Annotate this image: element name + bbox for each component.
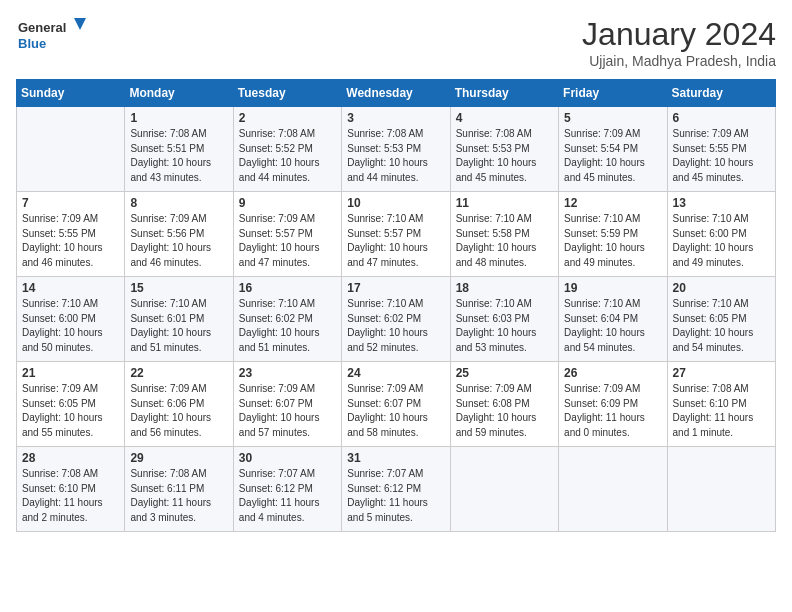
calendar-cell	[667, 447, 775, 532]
day-info: Sunrise: 7:09 AM Sunset: 5:56 PM Dayligh…	[130, 212, 227, 270]
calendar-cell	[559, 447, 667, 532]
day-number: 2	[239, 111, 336, 125]
calendar-cell: 5Sunrise: 7:09 AM Sunset: 5:54 PM Daylig…	[559, 107, 667, 192]
day-number: 4	[456, 111, 553, 125]
calendar-week-row: 1Sunrise: 7:08 AM Sunset: 5:51 PM Daylig…	[17, 107, 776, 192]
weekday-header: Sunday	[17, 80, 125, 107]
calendar-cell: 26Sunrise: 7:09 AM Sunset: 6:09 PM Dayli…	[559, 362, 667, 447]
day-number: 24	[347, 366, 444, 380]
day-number: 25	[456, 366, 553, 380]
calendar-week-row: 7Sunrise: 7:09 AM Sunset: 5:55 PM Daylig…	[17, 192, 776, 277]
location: Ujjain, Madhya Pradesh, India	[582, 53, 776, 69]
day-info: Sunrise: 7:10 AM Sunset: 6:02 PM Dayligh…	[347, 297, 444, 355]
day-number: 7	[22, 196, 119, 210]
calendar-cell: 21Sunrise: 7:09 AM Sunset: 6:05 PM Dayli…	[17, 362, 125, 447]
day-info: Sunrise: 7:08 AM Sunset: 6:10 PM Dayligh…	[22, 467, 119, 525]
day-info: Sunrise: 7:10 AM Sunset: 5:59 PM Dayligh…	[564, 212, 661, 270]
svg-text:Blue: Blue	[18, 36, 46, 51]
day-info: Sunrise: 7:09 AM Sunset: 6:08 PM Dayligh…	[456, 382, 553, 440]
calendar-cell: 31Sunrise: 7:07 AM Sunset: 6:12 PM Dayli…	[342, 447, 450, 532]
day-number: 28	[22, 451, 119, 465]
day-info: Sunrise: 7:09 AM Sunset: 6:05 PM Dayligh…	[22, 382, 119, 440]
calendar-cell: 13Sunrise: 7:10 AM Sunset: 6:00 PM Dayli…	[667, 192, 775, 277]
calendar-cell: 24Sunrise: 7:09 AM Sunset: 6:07 PM Dayli…	[342, 362, 450, 447]
calendar-cell: 2Sunrise: 7:08 AM Sunset: 5:52 PM Daylig…	[233, 107, 341, 192]
day-info: Sunrise: 7:10 AM Sunset: 6:00 PM Dayligh…	[22, 297, 119, 355]
calendar-cell: 15Sunrise: 7:10 AM Sunset: 6:01 PM Dayli…	[125, 277, 233, 362]
calendar-cell: 6Sunrise: 7:09 AM Sunset: 5:55 PM Daylig…	[667, 107, 775, 192]
calendar-cell	[17, 107, 125, 192]
weekday-header: Saturday	[667, 80, 775, 107]
calendar-table: SundayMondayTuesdayWednesdayThursdayFrid…	[16, 79, 776, 532]
day-info: Sunrise: 7:10 AM Sunset: 5:57 PM Dayligh…	[347, 212, 444, 270]
day-info: Sunrise: 7:07 AM Sunset: 6:12 PM Dayligh…	[347, 467, 444, 525]
day-number: 17	[347, 281, 444, 295]
calendar-cell: 22Sunrise: 7:09 AM Sunset: 6:06 PM Dayli…	[125, 362, 233, 447]
day-number: 8	[130, 196, 227, 210]
day-info: Sunrise: 7:08 AM Sunset: 6:10 PM Dayligh…	[673, 382, 770, 440]
calendar-week-row: 21Sunrise: 7:09 AM Sunset: 6:05 PM Dayli…	[17, 362, 776, 447]
calendar-cell: 27Sunrise: 7:08 AM Sunset: 6:10 PM Dayli…	[667, 362, 775, 447]
weekday-header: Thursday	[450, 80, 558, 107]
weekday-header: Wednesday	[342, 80, 450, 107]
day-number: 23	[239, 366, 336, 380]
day-number: 20	[673, 281, 770, 295]
day-info: Sunrise: 7:08 AM Sunset: 5:52 PM Dayligh…	[239, 127, 336, 185]
day-number: 29	[130, 451, 227, 465]
weekday-header: Tuesday	[233, 80, 341, 107]
day-number: 22	[130, 366, 227, 380]
weekday-header: Monday	[125, 80, 233, 107]
calendar-cell: 9Sunrise: 7:09 AM Sunset: 5:57 PM Daylig…	[233, 192, 341, 277]
calendar-cell: 18Sunrise: 7:10 AM Sunset: 6:03 PM Dayli…	[450, 277, 558, 362]
day-info: Sunrise: 7:08 AM Sunset: 6:11 PM Dayligh…	[130, 467, 227, 525]
day-number: 3	[347, 111, 444, 125]
weekday-header-row: SundayMondayTuesdayWednesdayThursdayFrid…	[17, 80, 776, 107]
weekday-header: Friday	[559, 80, 667, 107]
day-info: Sunrise: 7:08 AM Sunset: 5:53 PM Dayligh…	[347, 127, 444, 185]
day-info: Sunrise: 7:10 AM Sunset: 6:04 PM Dayligh…	[564, 297, 661, 355]
calendar-cell: 19Sunrise: 7:10 AM Sunset: 6:04 PM Dayli…	[559, 277, 667, 362]
title-block: January 2024 Ujjain, Madhya Pradesh, Ind…	[582, 16, 776, 69]
calendar-cell: 23Sunrise: 7:09 AM Sunset: 6:07 PM Dayli…	[233, 362, 341, 447]
day-number: 14	[22, 281, 119, 295]
day-number: 27	[673, 366, 770, 380]
day-number: 16	[239, 281, 336, 295]
day-number: 10	[347, 196, 444, 210]
calendar-cell: 28Sunrise: 7:08 AM Sunset: 6:10 PM Dayli…	[17, 447, 125, 532]
day-number: 15	[130, 281, 227, 295]
calendar-cell: 30Sunrise: 7:07 AM Sunset: 6:12 PM Dayli…	[233, 447, 341, 532]
day-number: 30	[239, 451, 336, 465]
calendar-cell: 16Sunrise: 7:10 AM Sunset: 6:02 PM Dayli…	[233, 277, 341, 362]
page-header: General Blue January 2024 Ujjain, Madhya…	[16, 16, 776, 69]
day-info: Sunrise: 7:08 AM Sunset: 5:53 PM Dayligh…	[456, 127, 553, 185]
day-info: Sunrise: 7:10 AM Sunset: 6:00 PM Dayligh…	[673, 212, 770, 270]
calendar-cell: 8Sunrise: 7:09 AM Sunset: 5:56 PM Daylig…	[125, 192, 233, 277]
calendar-cell: 17Sunrise: 7:10 AM Sunset: 6:02 PM Dayli…	[342, 277, 450, 362]
calendar-cell: 3Sunrise: 7:08 AM Sunset: 5:53 PM Daylig…	[342, 107, 450, 192]
svg-marker-2	[74, 18, 86, 30]
day-info: Sunrise: 7:09 AM Sunset: 6:07 PM Dayligh…	[347, 382, 444, 440]
calendar-week-row: 28Sunrise: 7:08 AM Sunset: 6:10 PM Dayli…	[17, 447, 776, 532]
day-info: Sunrise: 7:09 AM Sunset: 6:07 PM Dayligh…	[239, 382, 336, 440]
calendar-cell: 29Sunrise: 7:08 AM Sunset: 6:11 PM Dayli…	[125, 447, 233, 532]
calendar-cell: 11Sunrise: 7:10 AM Sunset: 5:58 PM Dayli…	[450, 192, 558, 277]
calendar-cell: 1Sunrise: 7:08 AM Sunset: 5:51 PM Daylig…	[125, 107, 233, 192]
svg-text:General: General	[18, 20, 66, 35]
calendar-cell: 14Sunrise: 7:10 AM Sunset: 6:00 PM Dayli…	[17, 277, 125, 362]
calendar-cell: 25Sunrise: 7:09 AM Sunset: 6:08 PM Dayli…	[450, 362, 558, 447]
calendar-cell: 20Sunrise: 7:10 AM Sunset: 6:05 PM Dayli…	[667, 277, 775, 362]
calendar-week-row: 14Sunrise: 7:10 AM Sunset: 6:00 PM Dayli…	[17, 277, 776, 362]
day-number: 6	[673, 111, 770, 125]
day-number: 19	[564, 281, 661, 295]
day-number: 1	[130, 111, 227, 125]
calendar-cell	[450, 447, 558, 532]
day-number: 11	[456, 196, 553, 210]
day-number: 26	[564, 366, 661, 380]
day-number: 21	[22, 366, 119, 380]
day-info: Sunrise: 7:09 AM Sunset: 5:57 PM Dayligh…	[239, 212, 336, 270]
day-info: Sunrise: 7:07 AM Sunset: 6:12 PM Dayligh…	[239, 467, 336, 525]
day-info: Sunrise: 7:09 AM Sunset: 6:09 PM Dayligh…	[564, 382, 661, 440]
day-number: 9	[239, 196, 336, 210]
day-number: 18	[456, 281, 553, 295]
day-number: 5	[564, 111, 661, 125]
